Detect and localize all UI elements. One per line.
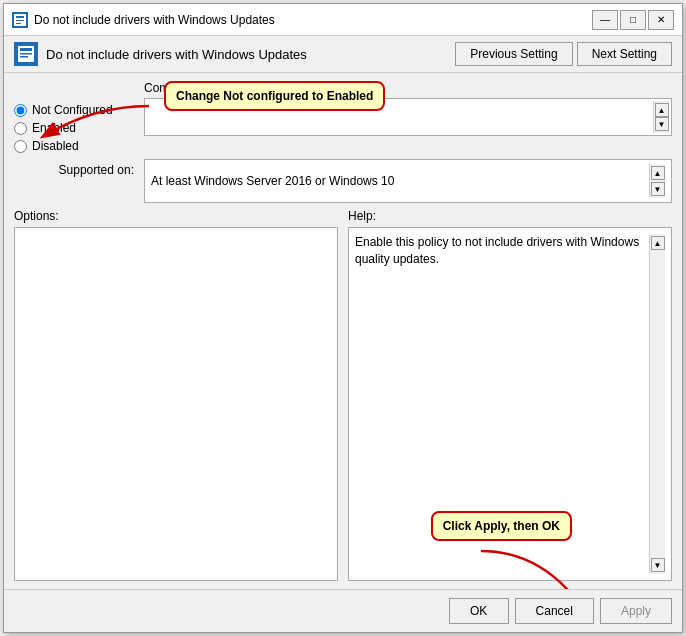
radio-enabled-input[interactable] [14,122,27,135]
window-title: Do not include drivers with Windows Upda… [34,13,586,27]
svg-rect-1 [16,16,24,18]
close-button[interactable]: ✕ [648,10,674,30]
supported-box: At least Windows Server 2016 or Windows … [144,159,672,203]
footer: OK Cancel Apply [4,589,682,632]
svg-rect-7 [20,56,28,58]
svg-rect-3 [16,23,21,24]
minimize-button[interactable]: — [592,10,618,30]
callout-change-to-enabled: Change Not configured to Enabled [164,81,385,111]
supported-scroll-down[interactable]: ▼ [651,182,665,196]
options-box [14,227,338,581]
header-row: Do not include drivers with Windows Upda… [4,36,682,73]
supported-text: At least Windows Server 2016 or Windows … [151,174,649,188]
prev-setting-button[interactable]: Previous Setting [455,42,572,66]
supported-scrollbar[interactable]: ▲ ▼ [649,164,665,198]
main-content: Not Configured Enabled Disabled Comment:… [4,73,682,589]
callout1-arrow [34,101,154,151]
options-label: Options: [14,209,338,223]
header-title: Do not include drivers with Windows Upda… [46,47,447,62]
help-scrollbar[interactable]: ▲ ▼ [649,234,665,574]
supported-row: Supported on: At least Windows Server 20… [14,159,672,203]
supported-scroll-up[interactable]: ▲ [651,166,665,180]
nav-buttons: Previous Setting Next Setting [455,42,672,66]
window-controls: — □ ✕ [592,10,674,30]
main-window: Do not include drivers with Windows Upda… [3,3,683,633]
header-icon [14,42,38,66]
callout2-arrow [461,546,591,589]
maximize-button[interactable]: □ [620,10,646,30]
next-setting-button[interactable]: Next Setting [577,42,672,66]
options-help-row: Options: Help: Enable this policy to not… [14,209,672,581]
scroll-down-arrow[interactable]: ▼ [655,117,669,131]
svg-rect-2 [16,20,24,21]
comment-scrollbar[interactable]: ▲ ▼ [653,101,669,133]
svg-rect-5 [20,48,32,51]
title-bar: Do not include drivers with Windows Upda… [4,4,682,36]
help-scroll-down[interactable]: ▼ [651,558,665,572]
svg-rect-6 [20,53,32,55]
ok-button[interactable]: OK [449,598,509,624]
radio-not-configured-input[interactable] [14,104,27,117]
scroll-up-arrow[interactable]: ▲ [655,103,669,117]
radio-disabled-input[interactable] [14,140,27,153]
apply-button[interactable]: Apply [600,598,672,624]
help-label: Help: [348,209,672,223]
cancel-button[interactable]: Cancel [515,598,594,624]
help-scroll-up[interactable]: ▲ [651,236,665,250]
callout-click-apply: Click Apply, then OK [431,511,572,541]
options-col: Options: [14,209,338,581]
window-icon [12,12,28,28]
supported-label: Supported on: [14,159,134,177]
